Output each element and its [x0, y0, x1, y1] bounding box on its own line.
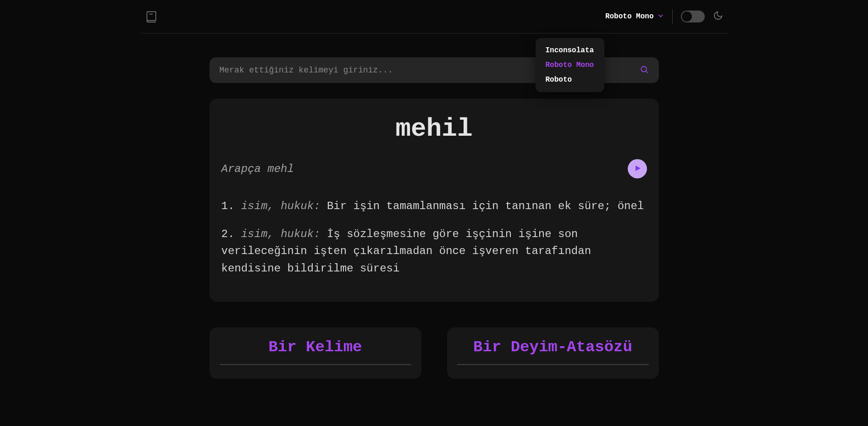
word-title: mehil	[221, 114, 647, 144]
font-option-roboto-mono[interactable]: Roboto Mono	[546, 61, 594, 69]
toggle-knob	[682, 11, 692, 22]
font-dropdown: Inconsolata Roboto Mono Roboto	[536, 38, 604, 92]
main-container: mehil Arapça mehl 1. isim, hukuk: Bir iş…	[205, 57, 663, 379]
play-audio-button[interactable]	[628, 159, 647, 178]
app-header: Roboto Mono Inconsolata Roboto Mono Robo…	[141, 0, 728, 33]
font-option-roboto[interactable]: Roboto	[546, 76, 594, 84]
bottom-columns: Bir Kelime Bir Deyim-Atasözü	[210, 327, 659, 379]
definitions-list: 1. isim, hukuk: Bir işin tamamlanması iç…	[221, 198, 647, 277]
play-icon	[633, 165, 641, 173]
header-divider	[672, 9, 673, 24]
definition-item: 2. isim, hukuk: İş sözleşmesine göre işç…	[221, 226, 647, 277]
font-selector[interactable]: Roboto Mono Inconsolata Roboto Mono Robo…	[605, 12, 664, 21]
font-option-inconsolata[interactable]: Inconsolata	[546, 46, 594, 55]
search-button[interactable]	[640, 65, 649, 76]
word-of-day-card: Bir Kelime	[210, 327, 421, 379]
word-of-day-title: Bir Kelime	[220, 338, 411, 365]
moon-icon	[713, 11, 723, 23]
word-card: mehil Arapça mehl 1. isim, hukuk: Bir iş…	[210, 99, 659, 302]
word-etymology: Arapça mehl	[221, 163, 294, 175]
font-selector-label: Roboto Mono	[605, 12, 654, 21]
definition-number: 1.	[221, 200, 235, 212]
header-controls: Roboto Mono Inconsolata Roboto Mono Robo…	[605, 9, 723, 24]
theme-toggle[interactable]	[681, 11, 705, 22]
chevron-down-icon	[658, 12, 664, 21]
definition-number: 2.	[221, 228, 235, 240]
logo-icon[interactable]	[145, 10, 158, 23]
definition-tag: isim, hukuk:	[241, 200, 321, 212]
definition-text: Bir işin tamamlanması için tanınan ek sü…	[327, 200, 644, 212]
etymology-row: Arapça mehl	[221, 159, 647, 178]
search-icon	[640, 69, 649, 76]
definition-item: 1. isim, hukuk: Bir işin tamamlanması iç…	[221, 198, 647, 215]
idiom-of-day-card: Bir Deyim-Atasözü	[447, 327, 659, 379]
definition-tag: isim, hukuk:	[241, 228, 321, 240]
svg-line-2	[646, 71, 647, 73]
idiom-of-day-title: Bir Deyim-Atasözü	[457, 338, 649, 365]
svg-point-1	[641, 66, 647, 72]
